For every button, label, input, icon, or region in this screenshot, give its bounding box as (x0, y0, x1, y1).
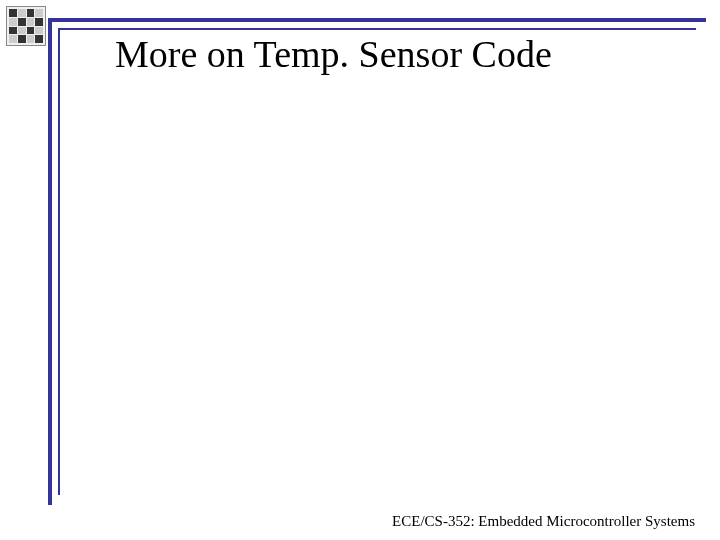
slide-container: More on Temp. Sensor Code ECE/CS-352: Em… (0, 0, 720, 540)
border-left-outer (48, 18, 52, 505)
slide-footer: ECE/CS-352: Embedded Microcontroller Sys… (392, 513, 695, 530)
border-top-inner (58, 28, 696, 30)
slide-title: More on Temp. Sensor Code (115, 32, 552, 76)
microchip-icon (6, 6, 46, 46)
border-top-outer (48, 18, 706, 22)
border-left-inner (58, 28, 60, 495)
